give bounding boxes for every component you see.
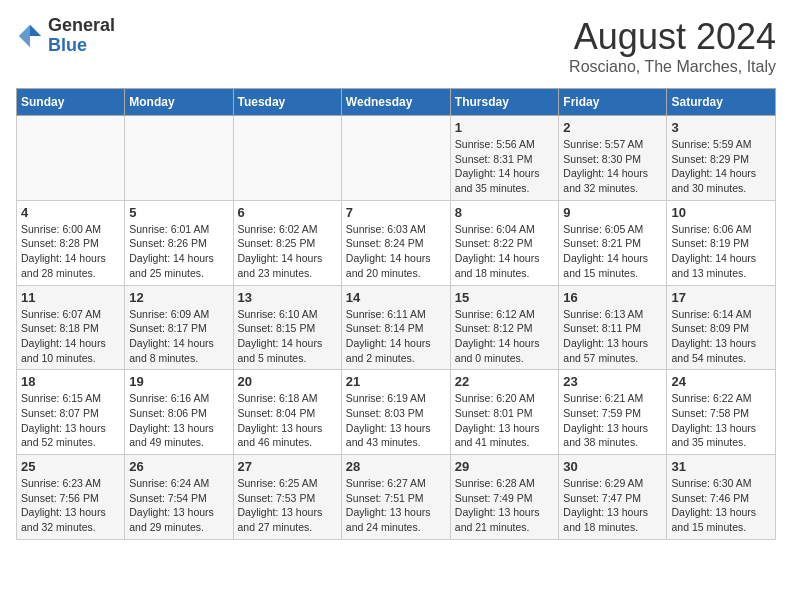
month-year-title: August 2024 [569,16,776,58]
day-info: Sunrise: 6:01 AMSunset: 8:26 PMDaylight:… [129,222,228,281]
day-cell [233,116,341,201]
day-number: 22 [455,374,555,389]
day-cell: 1Sunrise: 5:56 AMSunset: 8:31 PMDaylight… [450,116,559,201]
day-cell: 4Sunrise: 6:00 AMSunset: 8:28 PMDaylight… [17,200,125,285]
day-number: 11 [21,290,120,305]
day-number: 18 [21,374,120,389]
day-cell: 16Sunrise: 6:13 AMSunset: 8:11 PMDayligh… [559,285,667,370]
day-number: 13 [238,290,337,305]
calendar-table: SundayMondayTuesdayWednesdayThursdayFrid… [16,88,776,540]
weekday-header-row: SundayMondayTuesdayWednesdayThursdayFrid… [17,89,776,116]
day-cell: 30Sunrise: 6:29 AMSunset: 7:47 PMDayligh… [559,455,667,540]
day-cell [125,116,233,201]
header: General Blue August 2024 Rosciano, The M… [16,16,776,76]
day-cell: 28Sunrise: 6:27 AMSunset: 7:51 PMDayligh… [341,455,450,540]
day-cell: 3Sunrise: 5:59 AMSunset: 8:29 PMDaylight… [667,116,776,201]
day-info: Sunrise: 5:57 AMSunset: 8:30 PMDaylight:… [563,137,662,196]
day-cell: 18Sunrise: 6:15 AMSunset: 8:07 PMDayligh… [17,370,125,455]
day-info: Sunrise: 6:10 AMSunset: 8:15 PMDaylight:… [238,307,337,366]
day-info: Sunrise: 6:25 AMSunset: 7:53 PMDaylight:… [238,476,337,535]
day-info: Sunrise: 6:05 AMSunset: 8:21 PMDaylight:… [563,222,662,281]
day-info: Sunrise: 6:11 AMSunset: 8:14 PMDaylight:… [346,307,446,366]
day-info: Sunrise: 6:07 AMSunset: 8:18 PMDaylight:… [21,307,120,366]
week-row-1: 1Sunrise: 5:56 AMSunset: 8:31 PMDaylight… [17,116,776,201]
day-number: 14 [346,290,446,305]
day-cell: 29Sunrise: 6:28 AMSunset: 7:49 PMDayligh… [450,455,559,540]
day-cell: 12Sunrise: 6:09 AMSunset: 8:17 PMDayligh… [125,285,233,370]
day-info: Sunrise: 6:20 AMSunset: 8:01 PMDaylight:… [455,391,555,450]
day-number: 3 [671,120,771,135]
day-number: 27 [238,459,337,474]
day-number: 21 [346,374,446,389]
week-row-2: 4Sunrise: 6:00 AMSunset: 8:28 PMDaylight… [17,200,776,285]
location-title: Rosciano, The Marches, Italy [569,58,776,76]
day-cell: 7Sunrise: 6:03 AMSunset: 8:24 PMDaylight… [341,200,450,285]
weekday-header-tuesday: Tuesday [233,89,341,116]
day-number: 7 [346,205,446,220]
day-info: Sunrise: 6:27 AMSunset: 7:51 PMDaylight:… [346,476,446,535]
day-info: Sunrise: 6:29 AMSunset: 7:47 PMDaylight:… [563,476,662,535]
day-number: 12 [129,290,228,305]
weekday-header-friday: Friday [559,89,667,116]
day-number: 28 [346,459,446,474]
svg-marker-2 [19,36,30,47]
day-number: 1 [455,120,555,135]
logo-blue: Blue [48,36,115,56]
day-info: Sunrise: 6:23 AMSunset: 7:56 PMDaylight:… [21,476,120,535]
day-cell [341,116,450,201]
week-row-4: 18Sunrise: 6:15 AMSunset: 8:07 PMDayligh… [17,370,776,455]
day-cell: 10Sunrise: 6:06 AMSunset: 8:19 PMDayligh… [667,200,776,285]
week-row-5: 25Sunrise: 6:23 AMSunset: 7:56 PMDayligh… [17,455,776,540]
weekday-header-saturday: Saturday [667,89,776,116]
day-cell: 24Sunrise: 6:22 AMSunset: 7:58 PMDayligh… [667,370,776,455]
day-info: Sunrise: 6:00 AMSunset: 8:28 PMDaylight:… [21,222,120,281]
day-number: 23 [563,374,662,389]
day-cell: 23Sunrise: 6:21 AMSunset: 7:59 PMDayligh… [559,370,667,455]
day-info: Sunrise: 5:56 AMSunset: 8:31 PMDaylight:… [455,137,555,196]
weekday-header-monday: Monday [125,89,233,116]
day-number: 16 [563,290,662,305]
day-cell: 11Sunrise: 6:07 AMSunset: 8:18 PMDayligh… [17,285,125,370]
day-number: 4 [21,205,120,220]
day-number: 5 [129,205,228,220]
day-info: Sunrise: 6:16 AMSunset: 8:06 PMDaylight:… [129,391,228,450]
weekday-header-thursday: Thursday [450,89,559,116]
day-number: 9 [563,205,662,220]
weekday-header-sunday: Sunday [17,89,125,116]
day-info: Sunrise: 6:02 AMSunset: 8:25 PMDaylight:… [238,222,337,281]
day-cell: 26Sunrise: 6:24 AMSunset: 7:54 PMDayligh… [125,455,233,540]
logo-icon [16,22,44,50]
day-cell: 19Sunrise: 6:16 AMSunset: 8:06 PMDayligh… [125,370,233,455]
day-info: Sunrise: 6:04 AMSunset: 8:22 PMDaylight:… [455,222,555,281]
day-number: 6 [238,205,337,220]
day-number: 26 [129,459,228,474]
day-info: Sunrise: 6:22 AMSunset: 7:58 PMDaylight:… [671,391,771,450]
day-cell: 20Sunrise: 6:18 AMSunset: 8:04 PMDayligh… [233,370,341,455]
weekday-header-wednesday: Wednesday [341,89,450,116]
day-info: Sunrise: 6:24 AMSunset: 7:54 PMDaylight:… [129,476,228,535]
day-info: Sunrise: 6:12 AMSunset: 8:12 PMDaylight:… [455,307,555,366]
logo-text: General Blue [48,16,115,56]
day-number: 2 [563,120,662,135]
day-number: 29 [455,459,555,474]
day-cell: 13Sunrise: 6:10 AMSunset: 8:15 PMDayligh… [233,285,341,370]
day-cell: 9Sunrise: 6:05 AMSunset: 8:21 PMDaylight… [559,200,667,285]
day-number: 30 [563,459,662,474]
day-cell: 5Sunrise: 6:01 AMSunset: 8:26 PMDaylight… [125,200,233,285]
day-info: Sunrise: 6:14 AMSunset: 8:09 PMDaylight:… [671,307,771,366]
day-cell: 6Sunrise: 6:02 AMSunset: 8:25 PMDaylight… [233,200,341,285]
logo: General Blue [16,16,115,56]
day-number: 20 [238,374,337,389]
day-number: 8 [455,205,555,220]
day-cell: 15Sunrise: 6:12 AMSunset: 8:12 PMDayligh… [450,285,559,370]
day-info: Sunrise: 6:15 AMSunset: 8:07 PMDaylight:… [21,391,120,450]
day-number: 19 [129,374,228,389]
day-cell: 25Sunrise: 6:23 AMSunset: 7:56 PMDayligh… [17,455,125,540]
day-number: 31 [671,459,771,474]
day-info: Sunrise: 6:06 AMSunset: 8:19 PMDaylight:… [671,222,771,281]
day-info: Sunrise: 6:13 AMSunset: 8:11 PMDaylight:… [563,307,662,366]
week-row-3: 11Sunrise: 6:07 AMSunset: 8:18 PMDayligh… [17,285,776,370]
day-number: 25 [21,459,120,474]
day-info: Sunrise: 6:28 AMSunset: 7:49 PMDaylight:… [455,476,555,535]
title-area: August 2024 Rosciano, The Marches, Italy [569,16,776,76]
